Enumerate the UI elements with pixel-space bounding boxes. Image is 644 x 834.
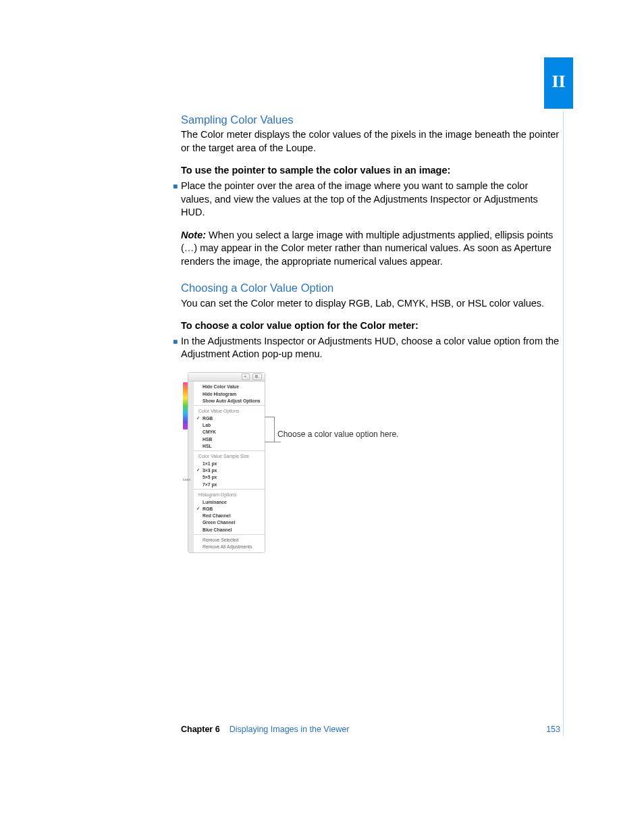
note-paragraph: Note: When you select a large image with… (181, 229, 560, 269)
intro-paragraph-2: You can set the Color meter to display R… (181, 297, 560, 311)
part-label: II (552, 70, 565, 93)
figure-row: +. ✲. lows Hide Color Value Hide Histogr… (188, 372, 560, 553)
left-label: lows (183, 477, 190, 482)
menu-item-show-auto-adjust[interactable]: Show Auto Adjust Options (196, 397, 263, 404)
task-lead-1: To use the pointer to sample the color v… (181, 164, 560, 178)
menu-separator (194, 534, 265, 535)
menu-separator (194, 405, 265, 406)
menu-item-lab[interactable]: Lab (196, 422, 263, 429)
menu-heading-sample-size: Color Value Sample Size (196, 452, 263, 460)
footer-left: Chapter 6 Displaying Images in the Viewe… (181, 724, 349, 735)
menu-item-1x1[interactable]: 1×1 px (196, 461, 263, 467)
menu-item-blue-channel[interactable]: Blue Channel (196, 526, 263, 533)
menu-item-luminance[interactable]: Luminance (196, 498, 263, 505)
panel-header: +. ✲. (188, 373, 265, 382)
chapter-label: Chapter 6 (181, 724, 220, 735)
task-lead-2: To choose a color value option for the C… (181, 319, 560, 333)
intro-paragraph-1: The Color meter displays the color value… (181, 128, 560, 155)
histogram-strip-icon (183, 382, 188, 429)
callout-bracket-icon (265, 417, 275, 442)
menu-body: lows Hide Color Value Hide Histogram Sho… (188, 382, 265, 552)
menu-item-hide-histogram[interactable]: Hide Histogram (196, 390, 263, 397)
menu-separator (194, 489, 265, 490)
menu-item-hist-rgb[interactable]: RGB (196, 506, 263, 513)
menu-separator (194, 450, 265, 451)
bullet-text-2: In the Adjustments Inspector or Adjustme… (181, 335, 560, 361)
part-tab: II (544, 57, 573, 109)
bullet-icon: ■ (173, 180, 181, 193)
action-menu-button[interactable]: ✲. (252, 373, 262, 380)
menu-item-green-channel[interactable]: Green Channel (196, 519, 263, 526)
menu-item-remove-all[interactable]: Remove All Adjustments (196, 543, 263, 550)
heading-choosing-color-value-option: Choosing a Color Value Option (181, 280, 560, 295)
main-content: Sampling Color Values The Color meter di… (181, 112, 560, 553)
bullet-text-1: Place the pointer over the area of the i… (181, 180, 560, 219)
right-margin-rule (563, 111, 564, 735)
menu-item-3x3[interactable]: 3×3 px (196, 467, 263, 474)
menu-item-hsl[interactable]: HSL (196, 442, 263, 449)
menu-item-5x5[interactable]: 5×5 px (196, 474, 263, 481)
menu-item-hsb[interactable]: HSB (196, 436, 263, 442)
menu-item-7x7[interactable]: 7×7 px (196, 481, 263, 488)
page-footer: Chapter 6 Displaying Images in the Viewe… (181, 724, 560, 735)
bullet-row-2: ■ In the Adjustments Inspector or Adjust… (173, 335, 560, 361)
menu-item-red-channel[interactable]: Red Channel (196, 513, 263, 519)
note-body: When you select a large image with multi… (181, 230, 553, 267)
callout-text: Choose a color value option here. (277, 429, 398, 440)
page-number: 153 (546, 724, 560, 735)
menu-heading-histogram-options: Histogram Options (196, 491, 263, 498)
bullet-icon: ■ (173, 335, 181, 348)
menu-item-hide-color-value[interactable]: Hide Color Value (196, 384, 263, 390)
bullet-row-1: ■ Place the pointer over the area of the… (173, 180, 560, 219)
adjustment-action-menu: +. ✲. lows Hide Color Value Hide Histogr… (188, 372, 265, 553)
chapter-title: Displaying Images in the Viewer (230, 724, 350, 735)
heading-sampling-color-values: Sampling Color Values (181, 112, 560, 127)
menu-item-cmyk[interactable]: CMYK (196, 429, 263, 436)
add-adjustment-button[interactable]: +. (242, 373, 250, 380)
menu-item-rgb[interactable]: RGB (196, 415, 263, 422)
menu-item-remove-selected[interactable]: Remove Selected (196, 536, 263, 543)
menu-heading-color-value-options: Color Value Options (196, 407, 263, 415)
callout: Choose a color value option here. (265, 417, 398, 442)
callout-stem-icon (274, 442, 281, 442)
note-label: Note: (181, 230, 206, 240)
